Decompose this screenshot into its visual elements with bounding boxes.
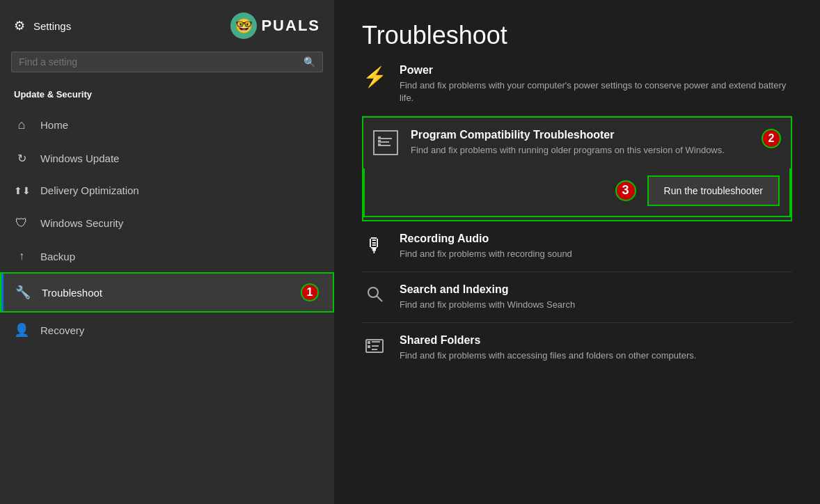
step-badge-3: 3 xyxy=(615,180,636,201)
program-compat-content: Program Compatibility Troubleshooter Fin… xyxy=(411,129,749,157)
recovery-icon: 👤 xyxy=(14,322,29,338)
power-content: Power Find and fix problems with your co… xyxy=(400,64,792,104)
sidebar-item-windows-update-label: Windows Update xyxy=(40,152,119,164)
home-icon: ⌂ xyxy=(14,118,29,132)
power-icon: ⚡ xyxy=(362,65,387,88)
sidebar-item-windows-security[interactable]: 🛡 Windows Security xyxy=(0,206,334,240)
sidebar-item-windows-update[interactable]: ↻ Windows Update xyxy=(0,142,334,175)
search-indexing-item[interactable]: Search and Indexing Find and fix problem… xyxy=(362,272,792,323)
svg-rect-5 xyxy=(378,143,381,146)
shared-folders-desc: Find and fix problems with accessing fil… xyxy=(400,349,792,362)
svg-line-7 xyxy=(377,296,382,301)
svg-rect-9 xyxy=(368,341,370,344)
sidebar-item-home-label: Home xyxy=(40,119,68,131)
sidebar-item-backup-label: Backup xyxy=(40,251,75,262)
program-compat-item[interactable]: Program Compatibility Troubleshooter Fin… xyxy=(362,116,792,221)
section-label: Update & Security xyxy=(0,84,334,108)
page-title: Troubleshoot xyxy=(362,21,792,50)
program-compat-icon xyxy=(373,130,398,155)
program-compat-title: Program Compatibility Troubleshooter xyxy=(411,129,749,141)
app-title: Settings xyxy=(33,20,71,32)
shared-folders-title: Shared Folders xyxy=(400,334,792,347)
svg-rect-2 xyxy=(379,145,391,146)
program-compat-desc: Find and fix problems with running older… xyxy=(411,144,749,157)
run-troubleshooter-area: 3 Run the troubleshooter xyxy=(363,168,791,217)
sidebar-item-delivery-label: Delivery Optimization xyxy=(40,184,139,196)
svg-rect-13 xyxy=(372,349,377,350)
sidebar-item-troubleshoot[interactable]: 🔧 Troubleshoot 1 xyxy=(0,272,334,313)
search-input[interactable] xyxy=(19,56,298,68)
shared-folders-icon xyxy=(362,336,387,359)
recording-audio-title: Recording Audio xyxy=(400,233,792,245)
sidebar-header: ⚙ Settings 🤓 PUALS xyxy=(0,0,334,46)
logo-mascot: 🤓 xyxy=(230,13,257,39)
svg-rect-3 xyxy=(378,136,381,139)
svg-rect-11 xyxy=(372,341,380,342)
sidebar-item-backup[interactable]: ↑ Backup xyxy=(0,240,334,272)
troubleshoot-icon: 🔧 xyxy=(15,285,31,300)
power-item[interactable]: ⚡ Power Find and fix problems with your … xyxy=(362,64,792,116)
backup-icon: ↑ xyxy=(14,250,29,262)
step-badge-2: 2 xyxy=(762,129,781,148)
power-title: Power xyxy=(400,64,792,77)
recording-audio-content: Recording Audio Find and fix problems wi… xyxy=(400,233,792,260)
recording-audio-item[interactable]: 🎙 Recording Audio Find and fix problems … xyxy=(362,221,792,272)
shared-folders-item[interactable]: Shared Folders Find and fix problems wit… xyxy=(362,323,792,373)
windows-security-icon: 🛡 xyxy=(14,216,29,230)
search-icon: 🔍 xyxy=(303,56,315,68)
logo-text: PUALS xyxy=(261,17,320,35)
sidebar-item-home[interactable]: ⌂ Home xyxy=(0,108,334,142)
settings-icon: ⚙ xyxy=(14,18,25,33)
windows-update-icon: ↻ xyxy=(14,152,29,165)
run-troubleshooter-button[interactable]: Run the troubleshooter xyxy=(647,175,780,206)
sidebar-item-security-label: Windows Security xyxy=(40,217,123,229)
recording-audio-icon: 🎙 xyxy=(362,234,387,257)
power-desc: Find and fix problems with your computer… xyxy=(400,79,792,104)
svg-rect-4 xyxy=(378,140,381,143)
sidebar-item-delivery-optimization[interactable]: ⬆⬇ Delivery Optimization xyxy=(0,175,334,206)
shared-folders-content: Shared Folders Find and fix problems wit… xyxy=(400,334,792,362)
logo-area: 🤓 PUALS xyxy=(230,13,320,39)
search-indexing-content: Search and Indexing Find and fix problem… xyxy=(400,283,792,311)
sidebar-item-recovery-label: Recovery xyxy=(40,324,84,336)
search-indexing-icon xyxy=(362,285,387,307)
delivery-optimization-icon: ⬆⬇ xyxy=(14,185,29,196)
sidebar-item-troubleshoot-label: Troubleshoot xyxy=(42,287,102,299)
main-content: Troubleshoot ⚡ Power Find and fix proble… xyxy=(334,0,820,504)
svg-point-6 xyxy=(368,288,378,297)
step-badge-1: 1 xyxy=(301,283,319,301)
recording-audio-desc: Find and fix problems with recording sou… xyxy=(400,248,792,260)
search-indexing-title: Search and Indexing xyxy=(400,283,792,296)
svg-rect-12 xyxy=(372,345,379,347)
sidebar-item-recovery[interactable]: 👤 Recovery xyxy=(0,313,334,347)
sidebar: ⚙ Settings 🤓 PUALS 🔍 Update & Security ⌂… xyxy=(0,0,334,504)
svg-rect-0 xyxy=(379,138,392,139)
search-box[interactable]: 🔍 xyxy=(11,52,323,72)
search-indexing-desc: Find and fix problems with Windows Searc… xyxy=(400,299,792,311)
svg-rect-1 xyxy=(379,141,389,143)
svg-rect-10 xyxy=(368,345,370,348)
